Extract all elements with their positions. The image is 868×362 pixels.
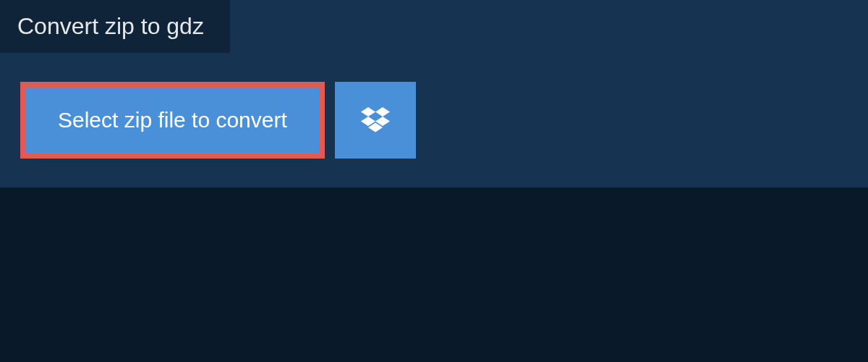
button-row: Select zip file to convert xyxy=(0,82,868,159)
dropbox-button[interactable] xyxy=(335,82,416,159)
dropbox-icon xyxy=(361,107,390,133)
converter-panel: Convert zip to gdz Select zip file to co… xyxy=(0,0,868,188)
select-file-button[interactable]: Select zip file to convert xyxy=(20,82,325,159)
tab-header: Convert zip to gdz xyxy=(0,0,230,53)
tab-title: Convert zip to gdz xyxy=(17,13,204,39)
select-file-label: Select zip file to convert xyxy=(58,108,287,132)
